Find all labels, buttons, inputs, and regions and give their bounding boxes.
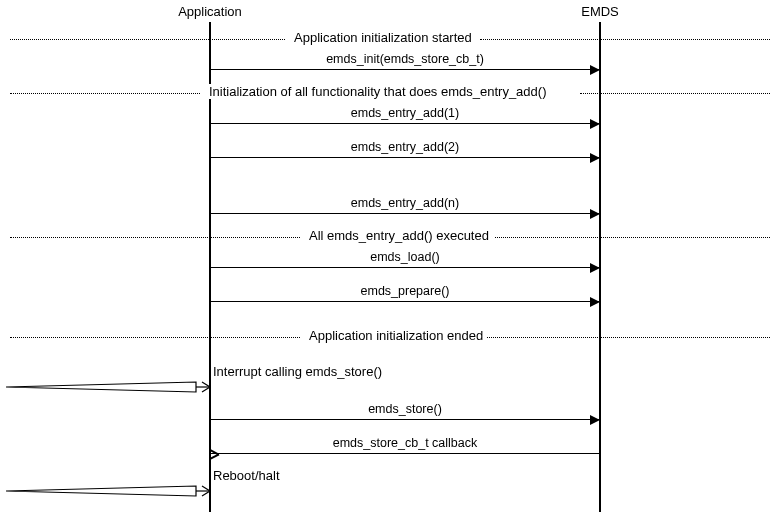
external-call-reboot <box>6 484 210 496</box>
message-emds-store: emds_store() <box>211 402 599 420</box>
message-label: emds_init(emds_store_cb_t) <box>211 52 599 66</box>
message-emds-load: emds_load() <box>211 250 599 268</box>
message-entry-add-1: emds_entry_add(1) <box>211 106 599 124</box>
message-label: emds_entry_add(2) <box>211 140 599 154</box>
message-store-callback: emds_store_cb_t callback <box>211 436 599 454</box>
message-label: emds_store() <box>211 402 599 416</box>
participant-application: Application <box>160 4 260 19</box>
divider-label: Initialization of all functionality that… <box>205 84 550 99</box>
message-entry-add-2: emds_entry_add(2) <box>211 140 599 158</box>
message-label: emds_load() <box>211 250 599 264</box>
arrow-right-icon <box>590 153 600 163</box>
arrow-right-icon <box>590 263 600 273</box>
message-emds-init: emds_init(emds_store_cb_t) <box>211 52 599 70</box>
divider-init-end: Application initialization ended <box>10 328 770 346</box>
arrow-right-icon <box>590 415 600 425</box>
divider-label: All emds_entry_add() executed <box>305 228 493 243</box>
divider-label: Application initialization ended <box>305 328 487 343</box>
message-label: emds_store_cb_t callback <box>211 436 599 450</box>
divider-add-end: All emds_entry_add() executed <box>10 228 770 246</box>
arrow-left-icon <box>210 449 218 459</box>
external-call-interrupt <box>6 380 210 392</box>
note-reboot: Reboot/halt <box>213 468 280 483</box>
arrow-right-icon <box>590 209 600 219</box>
divider-add-start: Initialization of all functionality that… <box>10 84 770 102</box>
message-label: emds_prepare() <box>211 284 599 298</box>
message-emds-prepare: emds_prepare() <box>211 284 599 302</box>
participant-emds: EMDS <box>560 4 640 19</box>
arrow-right-icon <box>590 297 600 307</box>
arrow-right-icon <box>590 119 600 129</box>
note-interrupt: Interrupt calling emds_store() <box>213 364 382 379</box>
message-entry-add-n: emds_entry_add(n) <box>211 196 599 214</box>
message-label: emds_entry_add(n) <box>211 196 599 210</box>
divider-label: Application initialization started <box>290 30 476 45</box>
sequence-diagram: Application EMDS Application initializat… <box>0 0 780 516</box>
message-label: emds_entry_add(1) <box>211 106 599 120</box>
divider-init-start: Application initialization started <box>10 30 770 48</box>
arrow-right-icon <box>590 65 600 75</box>
